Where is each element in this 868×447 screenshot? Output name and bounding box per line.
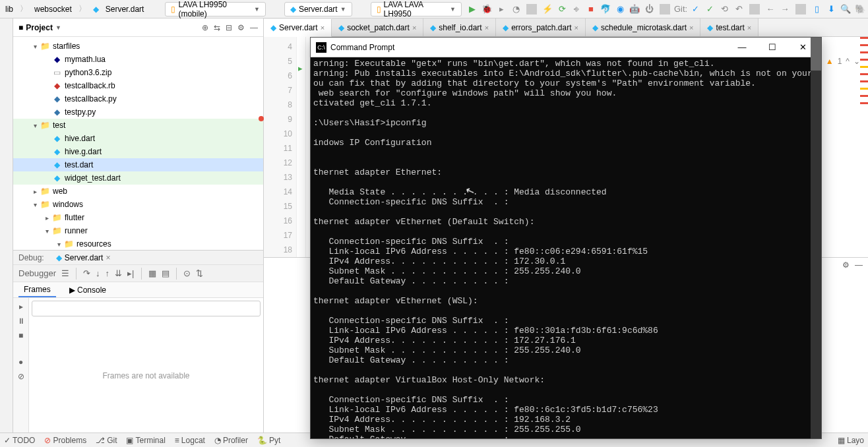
console-tab[interactable]: ▶ Console	[64, 283, 111, 297]
terminal-tool[interactable]: ▣ Terminal	[126, 436, 165, 445]
tree-item[interactable]: ◆test.dart	[13, 158, 263, 171]
git-history-icon[interactable]: ⟲	[719, 4, 729, 15]
git-commit-icon[interactable]: ✓	[704, 4, 715, 15]
chevron-down-icon[interactable]: ⌄	[853, 57, 860, 66]
tree-item[interactable]: ◆mymath.lua	[13, 53, 263, 66]
cmd-scrollbar[interactable]	[811, 38, 821, 438]
hot-reload-icon[interactable]: ⚡	[542, 4, 553, 15]
maximize-button[interactable]: ☐	[759, 38, 786, 57]
tree-item[interactable]: ◆testcallback.rb	[13, 79, 263, 92]
editor-tab[interactable]: ◆shelf_io.dart×	[423, 18, 496, 36]
debugger-tab[interactable]: Debugger	[18, 268, 56, 278]
profile-icon[interactable]: ◔	[511, 4, 521, 15]
error-stripe[interactable]	[860, 37, 868, 257]
run-config-selector[interactable]: ◆ Server.dart ▼	[284, 2, 352, 16]
scrollbar-thumb[interactable]	[811, 38, 821, 71]
todo-tool[interactable]: ✓ TODO	[4, 436, 35, 445]
breadcrumb-item[interactable]: Server.dart	[103, 3, 147, 15]
device2-selector[interactable]: ▯ LAVA LAVA LH9950 ▼	[371, 2, 462, 16]
step-out-icon[interactable]: ↑	[106, 268, 110, 278]
evaluate-icon[interactable]: ▦	[148, 268, 156, 278]
close-icon[interactable]: ×	[106, 253, 110, 262]
tree-item[interactable]: ▾📁resources	[13, 237, 263, 250]
close-icon[interactable]: ×	[689, 24, 693, 32]
breakpoints-icon[interactable]: ●	[18, 357, 23, 367]
editor-tab[interactable]: ◆test.dart×	[700, 18, 759, 36]
cmd-output[interactable]: arning: Executable "getx" runs "bin\get.…	[311, 57, 821, 438]
forward-icon[interactable]: →	[780, 4, 790, 15]
mute-bp-icon[interactable]: ⊘	[18, 372, 24, 381]
tree-item[interactable]: ◆widget_test.dart	[13, 171, 263, 185]
debug-settings-icon[interactable]: ⚙	[842, 260, 850, 270]
git-tool[interactable]: ⎇ Git	[96, 436, 117, 445]
stop-icon[interactable]: ■	[586, 4, 596, 15]
tree-item[interactable]: ◆testcallback.py	[13, 92, 263, 105]
logcat-tool[interactable]: ≡ Logcat	[175, 436, 205, 445]
tree-item[interactable]: ◆hive.g.dart	[13, 145, 263, 158]
locate-icon[interactable]: ⊕	[202, 23, 208, 32]
profiler-tool[interactable]: ◔ Profiler	[214, 436, 248, 445]
disconnect-icon[interactable]: ⏻	[644, 4, 654, 15]
stop-icon[interactable]: ■	[18, 331, 23, 340]
search-icon[interactable]: 🔍	[840, 4, 851, 15]
hot-restart-icon[interactable]: ⟳	[557, 4, 567, 15]
tree-item[interactable]: ▭python3.6.zip	[13, 66, 263, 79]
breadcrumb-item[interactable]: lib	[3, 3, 16, 15]
tree-item[interactable]: ▸📁web	[13, 185, 263, 198]
hide-icon[interactable]: —	[250, 23, 258, 32]
tree-item[interactable]: ▸📁flutter	[13, 211, 263, 224]
python-tool[interactable]: 🐍 Pyt	[257, 436, 280, 445]
git-update-icon[interactable]: ✓	[690, 4, 700, 15]
chevron-up-icon[interactable]: ^	[846, 57, 850, 66]
tree-item[interactable]: ◆testpy.py	[13, 105, 263, 119]
debug-hide-icon[interactable]: —	[855, 260, 863, 270]
android-icon[interactable]: 🤖	[629, 4, 640, 15]
resume-icon[interactable]: ▸	[19, 302, 23, 311]
coverage-icon[interactable]: ▸	[496, 4, 507, 15]
close-icon[interactable]: ×	[747, 24, 751, 32]
sdk-icon[interactable]: ⬇	[826, 4, 836, 15]
project-title[interactable]: ■ Project ▼	[18, 23, 198, 32]
close-icon[interactable]: ×	[485, 24, 489, 32]
step-into-icon[interactable]: ↓	[96, 268, 100, 278]
attach-icon[interactable]: ⎆	[571, 4, 582, 15]
frames-tab[interactable]: Frames	[18, 283, 56, 297]
expand-icon[interactable]: ⇆	[214, 23, 220, 32]
debug-config-tab[interactable]: ◆ Server.dart ×	[51, 252, 116, 264]
problems-tool[interactable]: ⊘ Problems	[44, 436, 86, 445]
layout-tool[interactable]: ▦ Layo	[838, 436, 864, 445]
step-force-icon[interactable]: ⇊	[115, 268, 122, 278]
tree-item[interactable]: ▾📁test	[13, 119, 263, 132]
collapse-icon[interactable]: ⊟	[226, 23, 232, 32]
tree-item[interactable]: ▾📁starfiles	[13, 40, 263, 53]
sync-icon[interactable]: 🐘	[855, 4, 865, 15]
frames-filter-input[interactable]	[32, 301, 261, 316]
settings-icon[interactable]: ⚙	[237, 23, 245, 32]
gutter[interactable]: 456789101112131415161718	[264, 37, 297, 257]
devtools-icon[interactable]: ◉	[615, 4, 625, 15]
cmd-titlebar[interactable]: C:\ Command Prompt — ☐ ✕	[311, 38, 821, 57]
pause-icon[interactable]: ⏸	[17, 316, 25, 326]
device-selector[interactable]: ▯ LAVA LH9950 (mobile) ▼	[165, 2, 266, 16]
editor-tab[interactable]: ◆errors_patch.dart×	[496, 18, 586, 36]
avd-icon[interactable]: ▯	[811, 4, 822, 15]
tree-item[interactable]: ◆hive.dart	[13, 132, 263, 145]
close-icon[interactable]: ×	[574, 24, 578, 32]
git-rollback-icon[interactable]: ↶	[733, 4, 744, 15]
debug-icon[interactable]: 🐞	[481, 4, 492, 15]
editor-tab[interactable]: ◆socket_patch.dart×	[332, 18, 423, 36]
tree-item[interactable]: ▾📁windows	[13, 198, 263, 211]
run-icon[interactable]: ▶	[467, 4, 478, 15]
editor-tab[interactable]: ◆Server.dart×	[264, 19, 332, 37]
trace-icon[interactable]: ▤	[162, 268, 170, 278]
inspector-icon[interactable]: 🐬	[600, 4, 611, 15]
step-over-icon[interactable]: ↷	[83, 268, 90, 278]
layout-icon[interactable]: ☰	[61, 268, 69, 278]
more-icon[interactable]: ⊙	[183, 268, 191, 278]
close-icon[interactable]: ×	[412, 24, 416, 32]
run-to-cursor-icon[interactable]: ▸|	[127, 268, 134, 278]
editor-tab[interactable]: ◆schedule_microtask.dart×	[586, 18, 701, 36]
breadcrumb-item[interactable]: websocket	[32, 3, 75, 15]
close-icon[interactable]: ×	[321, 24, 325, 32]
sort-icon[interactable]: ⇅	[196, 268, 203, 278]
